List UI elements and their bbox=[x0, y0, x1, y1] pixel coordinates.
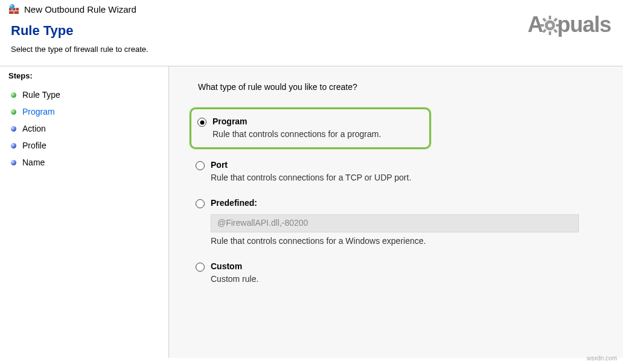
svg-rect-7 bbox=[542, 18, 546, 22]
step-rule-type[interactable]: Rule Type bbox=[8, 86, 161, 103]
option-port[interactable]: Port Rule that controls connections for … bbox=[196, 160, 602, 182]
bullet-icon bbox=[11, 160, 16, 165]
option-port-desc: Rule that controls connections for a TCP… bbox=[196, 173, 602, 182]
step-profile[interactable]: Profile bbox=[8, 137, 161, 154]
page-subtitle: Select the type of firewall rule to crea… bbox=[11, 45, 612, 54]
radio-port[interactable] bbox=[196, 161, 205, 170]
window-title: New Outbound Rule Wizard bbox=[24, 4, 136, 14]
attribution: wsxdn.com bbox=[587, 355, 617, 362]
svg-rect-2 bbox=[549, 31, 551, 35]
bullet-icon bbox=[11, 109, 16, 115]
step-label: Action bbox=[22, 124, 46, 133]
predefined-combo-value: @FirewallAPI.dll,-80200 bbox=[217, 218, 308, 228]
svg-point-0 bbox=[546, 22, 554, 29]
firewall-icon bbox=[8, 4, 19, 14]
steps-heading: Steps: bbox=[8, 71, 161, 80]
option-program-desc: Rule that controls connections for a pro… bbox=[197, 129, 418, 139]
option-program[interactable]: Program Rule that controls connections f… bbox=[190, 107, 431, 149]
svg-rect-3 bbox=[540, 24, 544, 27]
bullet-icon bbox=[11, 126, 16, 132]
step-label: Program bbox=[22, 107, 55, 117]
main-panel: What type of rule would you like to crea… bbox=[169, 66, 623, 358]
steps-sidebar: Steps: Rule Type Program Action Profile … bbox=[0, 66, 169, 358]
option-predefined[interactable]: Predefined: @FirewallAPI.dll,-80200 Rule… bbox=[196, 198, 602, 246]
step-label: Rule Type bbox=[22, 90, 60, 100]
svg-point-14 bbox=[10, 4, 14, 9]
step-label: Profile bbox=[22, 141, 46, 150]
predefined-combo[interactable]: @FirewallAPI.dll,-80200 bbox=[211, 214, 579, 232]
bullet-icon bbox=[11, 143, 16, 148]
option-predefined-desc: Rule that controls connections for a Win… bbox=[196, 236, 602, 246]
page-title: Rule Type bbox=[11, 23, 612, 39]
watermark-logo: A puals bbox=[528, 12, 611, 37]
option-custom[interactable]: Custom Custom rule. bbox=[196, 261, 602, 284]
option-custom-label: Custom bbox=[211, 261, 242, 271]
step-action[interactable]: Action bbox=[8, 120, 161, 137]
rule-question: What type of rule would you like to crea… bbox=[190, 82, 602, 92]
radio-program[interactable] bbox=[197, 118, 206, 127]
svg-point-15 bbox=[10, 5, 12, 7]
option-port-label: Port bbox=[211, 160, 228, 170]
step-label: Name bbox=[22, 158, 45, 167]
option-custom-desc: Custom rule. bbox=[196, 274, 602, 284]
option-predefined-label: Predefined: bbox=[211, 198, 257, 208]
radio-custom[interactable] bbox=[196, 263, 205, 272]
option-program-label: Program bbox=[212, 117, 248, 126]
svg-rect-1 bbox=[549, 16, 551, 19]
step-name[interactable]: Name bbox=[8, 154, 161, 171]
bullet-icon bbox=[11, 92, 16, 98]
radio-predefined[interactable] bbox=[196, 199, 205, 208]
svg-rect-6 bbox=[542, 29, 546, 33]
step-program[interactable]: Program bbox=[8, 103, 161, 120]
